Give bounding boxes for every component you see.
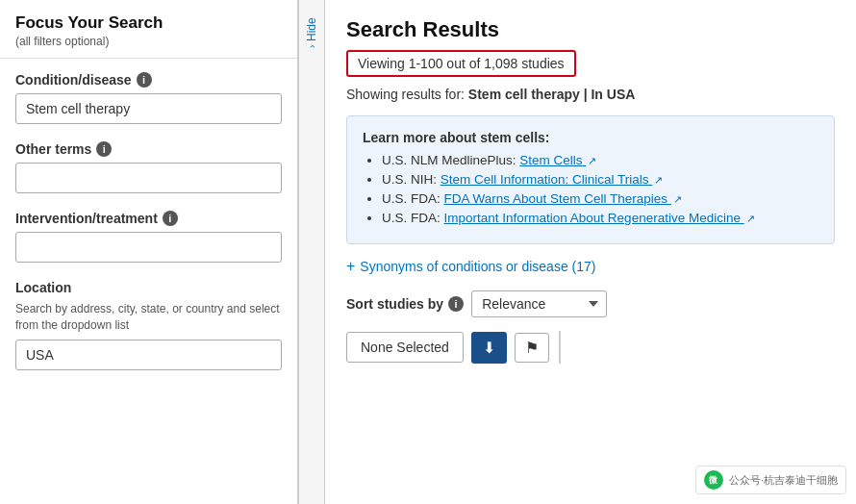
fda2-prefix: U.S. FDA: xyxy=(382,211,444,225)
intervention-input[interactable] xyxy=(15,232,282,263)
action-row: None Selected ⬇ ⚑ xyxy=(346,331,835,364)
hide-button[interactable]: › Hide xyxy=(305,17,318,48)
bookmark-button[interactable]: ⚑ xyxy=(515,333,549,363)
location-label: Location xyxy=(15,280,282,295)
location-input[interactable] xyxy=(15,340,282,370)
condition-input[interactable] xyxy=(15,93,282,124)
other-terms-label-text: Other terms xyxy=(15,141,91,157)
list-item: U.S. NLM MedlinePlus: Stem Cells ↗ xyxy=(382,153,818,167)
intervention-filter-group: Intervention/treatment i xyxy=(15,211,282,263)
search-results-title: Search Results xyxy=(346,17,835,42)
location-filter-group: Location Search by address, city, state,… xyxy=(15,280,282,370)
download-icon: ⬇ xyxy=(483,339,495,357)
watermark-icon: 微 xyxy=(704,470,723,490)
list-item: U.S. FDA: FDA Warns About Stem Cell Ther… xyxy=(382,191,818,206)
external-icon: ↗ xyxy=(654,174,663,187)
other-terms-input[interactable] xyxy=(15,163,282,193)
nih-link[interactable]: Stem Cell Information: Clinical Trials ↗ xyxy=(441,172,664,187)
condition-filter-group: Condition/disease i xyxy=(15,72,282,124)
other-terms-info-icon[interactable]: i xyxy=(96,141,112,157)
main-content: Search Results Viewing 1-100 out of 1,09… xyxy=(325,0,856,504)
list-item: U.S. FDA: Important Information About Re… xyxy=(382,211,818,225)
hide-arrow-icon: › xyxy=(307,45,317,48)
plus-icon: + xyxy=(346,258,355,275)
showing-results: Showing results for: Stem cell therapy |… xyxy=(346,87,835,102)
location-hint: Search by address, city, state, or count… xyxy=(15,301,282,334)
condition-label-text: Condition/disease xyxy=(15,72,132,88)
intervention-label-text: Intervention/treatment xyxy=(15,211,158,226)
sidebar: Focus Your Search (all filters optional)… xyxy=(0,0,298,504)
none-selected-label: None Selected xyxy=(361,340,449,355)
intervention-label: Intervention/treatment i xyxy=(15,211,282,226)
sidebar-body: Condition/disease i Other terms i Interv… xyxy=(0,59,297,504)
viewing-box: Viewing 1-100 out of 1,098 studies xyxy=(346,50,576,77)
fda2-link[interactable]: Important Information About Regenerative… xyxy=(444,211,755,225)
synonyms-link[interactable]: + Synonyms of conditions or disease (17) xyxy=(346,258,835,275)
condition-info-icon[interactable]: i xyxy=(137,72,152,88)
nlm-link[interactable]: Stem Cells ↗ xyxy=(519,153,596,167)
location-label-text: Location xyxy=(15,280,71,295)
external-icon: ↗ xyxy=(746,213,755,225)
none-selected-button[interactable]: None Selected xyxy=(346,332,464,363)
nlm-prefix: U.S. NLM MedlinePlus: xyxy=(382,153,519,167)
showing-prefix: Showing results for: xyxy=(346,87,468,102)
action-divider xyxy=(559,331,561,364)
watermark: 微 公众号·杭吉泰迪干细胞 xyxy=(695,466,846,494)
intervention-info-icon[interactable]: i xyxy=(163,211,178,226)
download-button[interactable]: ⬇ xyxy=(471,332,507,364)
viewing-text: Viewing 1-100 out of 1,098 studies xyxy=(358,56,565,71)
hide-button-label: Hide xyxy=(305,17,318,41)
bookmark-icon: ⚑ xyxy=(525,339,539,357)
sort-row: Sort studies by i Relevance Date Added S… xyxy=(346,290,835,317)
nih-prefix: U.S. NIH: xyxy=(382,172,441,187)
info-box: Learn more about stem cells: U.S. NLM Me… xyxy=(346,115,835,244)
sort-label: Sort studies by i xyxy=(346,296,464,312)
info-box-list: U.S. NLM MedlinePlus: Stem Cells ↗ U.S. … xyxy=(363,153,818,225)
fda1-prefix: U.S. FDA: xyxy=(382,191,444,206)
external-icon: ↗ xyxy=(673,193,682,206)
fda1-link[interactable]: FDA Warns About Stem Cell Therapies ↗ xyxy=(444,191,682,206)
external-icon: ↗ xyxy=(588,155,596,167)
sidebar-subtitle: (all filters optional) xyxy=(15,35,282,48)
showing-bold: Stem cell therapy | In USA xyxy=(468,87,636,102)
watermark-text: 公众号·杭吉泰迪干细胞 xyxy=(729,473,838,488)
info-box-title: Learn more about stem cells: xyxy=(363,130,818,145)
sort-info-icon[interactable]: i xyxy=(448,296,464,312)
sidebar-header: Focus Your Search (all filters optional) xyxy=(0,0,297,59)
synonyms-text: Synonyms of conditions or disease (17) xyxy=(360,259,595,274)
other-terms-filter-group: Other terms i xyxy=(15,141,282,193)
condition-label: Condition/disease i xyxy=(15,72,282,88)
sidebar-title: Focus Your Search xyxy=(15,13,282,33)
other-terms-label: Other terms i xyxy=(15,141,282,157)
list-item: U.S. NIH: Stem Cell Information: Clinica… xyxy=(382,172,818,187)
hide-panel: › Hide xyxy=(298,0,325,504)
sort-label-text: Sort studies by xyxy=(346,296,443,312)
sort-select[interactable]: Relevance Date Added Study Start Date St… xyxy=(471,290,607,317)
